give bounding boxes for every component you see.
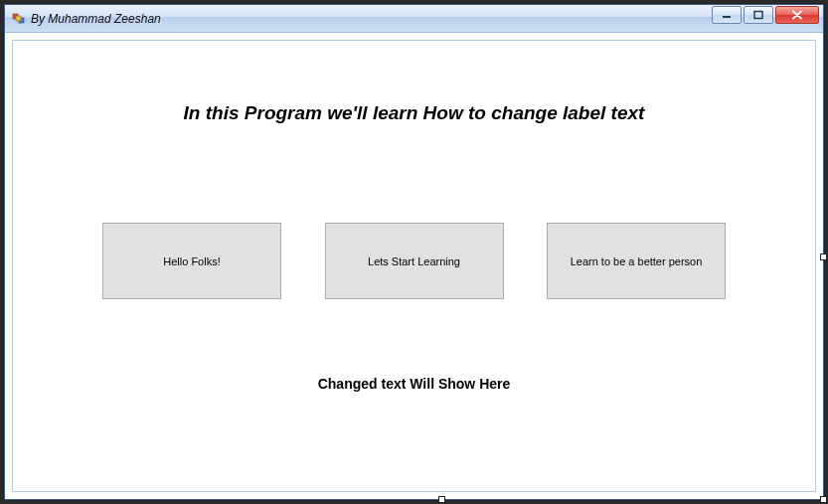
app-window: By Muhammad Zeeshan In this Program we'l… — [4, 4, 824, 500]
result-label: Changed text Will Show Here — [13, 376, 815, 392]
resize-handle-corner[interactable] — [820, 496, 827, 503]
minimize-button[interactable] — [712, 6, 742, 24]
maximize-icon — [752, 10, 764, 20]
close-button[interactable] — [775, 6, 819, 24]
close-icon — [790, 10, 804, 20]
svg-rect-2 — [16, 16, 21, 21]
resize-handle-bottom[interactable] — [438, 496, 445, 503]
button-row: Hello Folks! Lets Start Learning Learn t… — [102, 223, 726, 299]
better-person-button[interactable]: Learn to be a better person — [547, 223, 726, 299]
hello-folks-button[interactable]: Hello Folks! — [102, 223, 281, 299]
minimize-icon — [721, 10, 733, 20]
titlebar[interactable]: By Muhammad Zeeshan — [5, 5, 823, 33]
button-label: Lets Start Learning — [368, 255, 460, 267]
app-icon — [11, 11, 27, 27]
window-controls — [712, 6, 819, 24]
maximize-button[interactable] — [744, 6, 773, 24]
heading-label: In this Program we'll learn How to chang… — [13, 102, 815, 124]
button-label: Hello Folks! — [163, 255, 220, 267]
start-learning-button[interactable]: Lets Start Learning — [325, 223, 504, 299]
resize-handle-right[interactable] — [820, 253, 827, 260]
client-area: In this Program we'll learn How to chang… — [12, 40, 816, 492]
svg-rect-3 — [723, 16, 731, 18]
button-label: Learn to be a better person — [571, 255, 703, 267]
svg-rect-4 — [754, 12, 762, 19]
window-title: By Muhammad Zeeshan — [31, 12, 161, 26]
